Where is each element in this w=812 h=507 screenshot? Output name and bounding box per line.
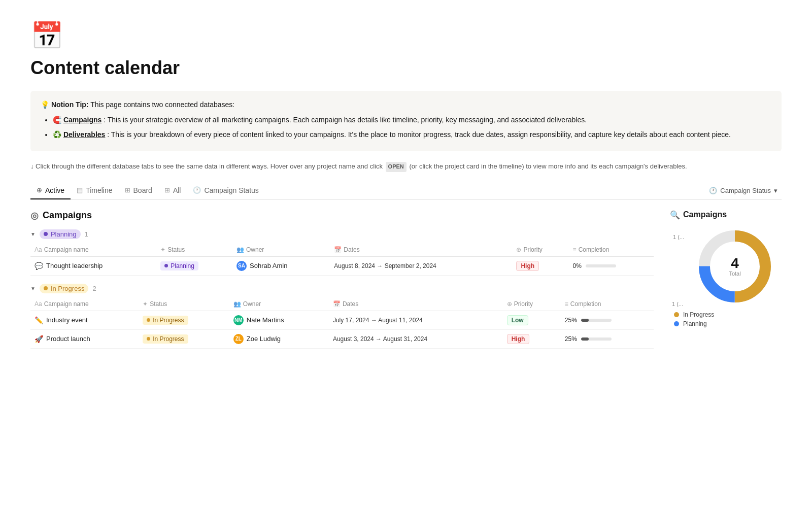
planning-dot [44,232,48,236]
tip-emoji: 💡 [41,100,49,109]
filter-label: Campaign Status [720,187,771,194]
priority-badge-high: High [516,261,539,271]
row-owner-product: ZL Zoe Ludwig [229,329,329,348]
tip-deliverables-text: : This is your breakdown of every piece … [107,130,731,139]
tab-all[interactable]: ⊞ All [158,182,187,199]
tip-bullet-campaigns-icon: 🧲 [53,116,63,124]
donut-total-number: 4 [729,256,740,271]
note-text-1: ↓ Click through the different database t… [30,162,383,170]
th-owner-ip: 👥Owner [229,297,329,311]
priority-badge-low: Low [507,315,528,325]
name-icon-industry: ✏️ [35,316,43,324]
in-progress-table: AaCampaign name ✦Status 👥Owner 📅Dates ⊕P… [30,297,654,349]
legend-dot-planning [674,321,679,326]
status-dot-ip-industry [147,318,150,322]
group-planning-header[interactable]: ▼ Planning 1 [30,229,654,239]
in-progress-label-text: In Progress [51,285,84,292]
tab-campaign-status-label: Campaign Status [204,186,258,194]
chart-container: 1 (... 4 Total [670,226,782,329]
filter-chevron-icon: ▾ [774,187,777,194]
th-priority-planning: ⊕Priority [512,243,568,257]
row-name-thought-leadership: 💬 Thought leadership [30,256,156,275]
owner-avatar-nm: NM [233,315,244,325]
group-in-progress-caret: ▼ [30,286,36,291]
campaign-name-thought: Thought leadership [46,262,103,269]
completion-bar-bg-product [581,337,612,341]
status-text-product: In Progress [153,335,184,343]
tab-board[interactable]: ⊞ Board [119,182,158,199]
group-planning-label: Planning [40,229,81,239]
row-status-industry: In Progress [139,311,229,329]
row-dates-product: August 3, 2024 → August 31, 2024 [329,329,503,348]
group-in-progress: ▼ In Progress 2 AaCampaign name ✦Status … [30,284,654,349]
completion-bar-bg-industry [581,319,612,322]
group-planning: ▼ Planning 1 AaCampaign name ✦Status 👥Ow… [30,229,654,276]
donut-total-label: Total [729,271,740,277]
tabs-bar: ⊕ Active ▤ Timeline ⊞ Board ⊞ All 🕐 Camp… [30,182,782,200]
th-completion-planning: ≡Completion [569,243,654,257]
table-row[interactable]: ✏️ Industry event In Progress [30,311,654,329]
row-completion-thought: 0% [569,256,654,275]
group-planning-caret: ▼ [30,231,36,237]
chart-section: 🔍 Campaigns 1 (... [670,210,782,329]
campaigns-section-title: Campaigns [43,210,92,221]
planning-table: AaCampaign name ✦Status 👥Owner 📅Dates ⊕P… [30,243,654,276]
tab-timeline-icon: ▤ [77,186,83,194]
campaign-name-product: Product launch [46,335,90,343]
legend-label-planning: Planning [683,320,707,327]
row-name-industry-event: ✏️ Industry event [30,311,139,329]
th-completion-ip: ≡Completion [561,297,654,311]
group-planning-count: 1 [85,230,88,238]
tip-title-text: This page contains two connected databas… [90,100,234,109]
owner-name-thought: Sohrab Amin [250,262,287,269]
name-icon-product: 🚀 [35,335,43,343]
row-priority-thought: High [512,256,568,275]
table-section: ◎ Campaigns ▼ Planning 1 AaCampaign name… [30,210,654,357]
in-progress-table-header-row: AaCampaign name ✦Status 👥Owner 📅Dates ⊕P… [30,297,654,311]
row-completion-product: 25% [561,329,654,348]
tab-campaign-status[interactable]: 🕐 Campaign Status [187,182,264,199]
owner-name-product: Zoe Ludwig [247,335,281,343]
note-text-2: (or click the project card in the timeli… [409,162,687,170]
th-campaign-name-ip: AaCampaign name [30,297,139,311]
th-dates-planning: 📅Dates [330,243,512,257]
tab-timeline-label: Timeline [86,186,112,194]
tip-deliverables-name: Deliverables [63,130,106,139]
completion-bar-bg-thought [586,264,616,267]
group-in-progress-count: 2 [92,285,96,292]
th-status-ip: ✦Status [139,297,229,311]
tip-note: ↓ Click through the different database t… [30,161,782,172]
legend-item-planning: Planning [674,320,782,327]
row-dates-thought: August 8, 2024 → September 2, 2024 [330,256,512,275]
tip-title: Notion Tip: [51,100,89,109]
row-completion-industry: 25% [561,311,654,329]
owner-avatar-zl: ZL [233,334,244,344]
in-progress-dot [44,286,48,290]
row-dates-industry: July 17, 2024 → August 11, 2024 [329,311,503,329]
row-priority-industry: Low [503,311,561,329]
filter-icon: 🕐 [709,187,717,194]
campaign-status-filter[interactable]: 🕐 Campaign Status ▾ [705,185,782,196]
open-badge: OPEN [386,162,407,172]
planning-table-header-row: AaCampaign name ✦Status 👥Owner 📅Dates ⊕P… [30,243,654,257]
tab-active[interactable]: ⊕ Active [30,182,71,199]
tab-timeline[interactable]: ▤ Timeline [71,182,118,199]
row-status-product: In Progress [139,329,229,348]
group-in-progress-label: In Progress [40,284,88,293]
table-row[interactable]: 💬 Thought leadership Planning [30,256,654,275]
group-in-progress-header[interactable]: ▼ In Progress 2 [30,284,654,293]
tab-all-label: All [173,186,181,194]
completion-bar-fill-product [581,337,589,341]
chart-side-label-top: 1 (... [670,226,684,240]
owner-name-industry: Nate Martins [247,316,284,324]
tip-campaigns-name: Campaigns [63,116,101,124]
page-icon: 📅 [30,20,782,51]
tip-bullet-deliverables: ♻️ Deliverables : This is your breakdown… [53,129,771,140]
status-text-industry: In Progress [153,317,184,324]
row-priority-product: High [503,329,561,348]
th-campaign-name-planning: AaCampaign name [30,243,156,257]
completion-pct-industry: 25% [565,317,577,324]
th-priority-ip: ⊕Priority [503,297,561,311]
tab-active-icon: ⊕ [37,186,42,194]
table-row[interactable]: 🚀 Product launch In Progress [30,329,654,348]
